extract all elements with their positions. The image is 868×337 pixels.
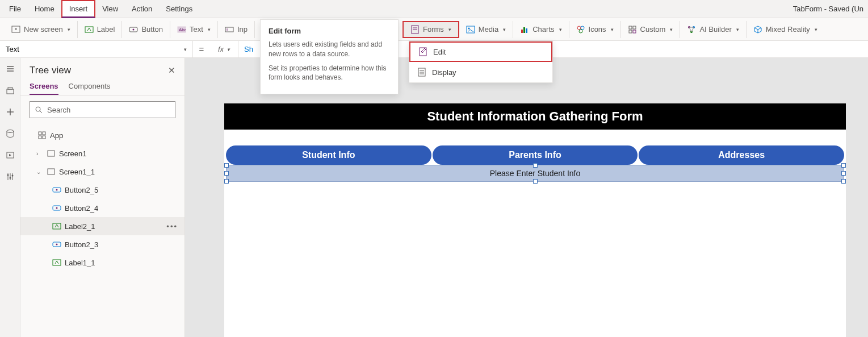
- tree-view-panel: Tree view ✕ Screens Components Search Ap…: [20, 58, 185, 337]
- resize-handle[interactable]: [533, 179, 538, 184]
- input-button[interactable]: Inp: [218, 21, 255, 38]
- svg-point-5: [133, 28, 135, 30]
- tree-item-label1-1[interactable]: Label1_1: [20, 253, 184, 272]
- tree-view-icon[interactable]: [5, 85, 15, 95]
- tree-item-label: Button2_5: [65, 186, 98, 194]
- label-label: Label: [97, 25, 115, 34]
- tab-addresses[interactable]: Addresses: [639, 145, 844, 165]
- button-button[interactable]: Button: [122, 21, 170, 38]
- media-rail-icon[interactable]: [5, 150, 15, 160]
- ribbon-toolbar: New screen ▾ Label Button Abc Text ▾ Inp…: [0, 18, 868, 41]
- svg-point-58: [56, 189, 58, 191]
- selected-label-control[interactable]: Please Enter Student Info: [226, 165, 844, 182]
- input-icon: [225, 25, 234, 34]
- svg-rect-55: [48, 151, 54, 156]
- more-icon[interactable]: •••: [166, 222, 178, 231]
- dropdown-item-edit[interactable]: Edit: [409, 41, 552, 62]
- svg-point-60: [56, 207, 58, 209]
- svg-rect-8: [225, 27, 233, 32]
- resize-handle[interactable]: [841, 171, 846, 176]
- tab-parents-info[interactable]: Parents Info: [433, 145, 638, 165]
- chevron-down-icon: ▾: [208, 27, 211, 32]
- resize-handle[interactable]: [841, 179, 846, 184]
- charts-icon: [520, 25, 529, 34]
- menu-settings[interactable]: Settings: [159, 0, 199, 18]
- icons-button[interactable]: Icons ▾: [569, 21, 621, 38]
- input-label: Inp: [237, 25, 248, 34]
- resize-handle[interactable]: [841, 163, 846, 168]
- chevron-down-icon: ▾: [611, 27, 614, 32]
- menu-insert[interactable]: Insert: [61, 0, 96, 18]
- custom-label: Custom: [640, 25, 666, 34]
- menu-home[interactable]: Home: [28, 0, 61, 18]
- canvas[interactable]: Student Information Gathering Form Stude…: [224, 103, 846, 337]
- text-icon: Abc: [177, 25, 186, 34]
- new-screen-button[interactable]: New screen ▾: [5, 21, 78, 38]
- media-icon: [466, 25, 475, 34]
- data-icon[interactable]: [5, 128, 15, 139]
- tree-item-screen1[interactable]: › Screen1: [20, 144, 184, 163]
- tree-item-button2-4[interactable]: Button2_4: [20, 199, 184, 217]
- ai-builder-button[interactable]: AI Builder ▾: [680, 21, 746, 38]
- svg-rect-51: [39, 132, 41, 135]
- screen-icon: [47, 167, 56, 176]
- resize-handle[interactable]: [224, 171, 229, 176]
- tree-item-screen1-1[interactable]: ⌄ Screen1_1: [20, 163, 184, 181]
- menu-view[interactable]: View: [95, 0, 125, 18]
- resize-handle[interactable]: [224, 163, 229, 168]
- insert-icon[interactable]: [5, 107, 15, 117]
- svg-point-49: [36, 107, 40, 111]
- tree-item-label: Screen1: [59, 149, 86, 158]
- tooltip-body-1: Lets users edit existing fields and add …: [269, 40, 390, 59]
- text-button[interactable]: Abc Text ▾: [170, 21, 218, 38]
- button-label: Button: [141, 25, 163, 34]
- property-selector[interactable]: Text ▾: [0, 41, 193, 58]
- chevron-down-icon: ▾: [227, 47, 230, 52]
- document-title: TabForm - Saved (Un: [793, 5, 863, 13]
- button-icon: [52, 203, 61, 213]
- app-icon: [37, 131, 47, 140]
- property-selector-value: Text: [6, 45, 19, 53]
- button-icon: [52, 240, 61, 249]
- fx-button[interactable]: fx ▾: [210, 41, 238, 58]
- icons-icon: [576, 25, 585, 34]
- svg-rect-38: [8, 88, 12, 89]
- edit-form-tooltip: Edit form Lets users edit existing field…: [260, 19, 399, 94]
- screen-icon: [47, 149, 56, 158]
- dropdown-item-display[interactable]: Display: [409, 62, 552, 82]
- chevron-down-icon: ▾: [559, 27, 562, 32]
- tree-app[interactable]: App: [20, 126, 184, 144]
- svg-line-50: [40, 111, 42, 113]
- tree-item-button2-3[interactable]: Button2_3: [20, 235, 184, 253]
- hamburger-icon[interactable]: [5, 64, 15, 74]
- tab-student-info[interactable]: Student Info: [226, 145, 431, 165]
- svg-rect-52: [43, 132, 45, 135]
- tab-screens[interactable]: Screens: [30, 82, 58, 95]
- media-button[interactable]: Media ▾: [459, 21, 513, 38]
- resize-handle[interactable]: [224, 179, 229, 184]
- tree-item-label2-1[interactable]: Label2_1 •••: [20, 217, 184, 235]
- menu-action[interactable]: Action: [125, 0, 159, 18]
- charts-button[interactable]: Charts ▾: [513, 21, 569, 38]
- close-icon[interactable]: ✕: [168, 65, 175, 76]
- svg-rect-22: [633, 26, 636, 29]
- search-input[interactable]: Search: [30, 101, 175, 118]
- label-icon: [52, 222, 61, 231]
- left-rail: [0, 58, 20, 337]
- svg-point-14: [468, 27, 469, 29]
- label-button[interactable]: Label: [78, 21, 123, 38]
- mixed-reality-button[interactable]: Mixed Reality ▾: [747, 21, 824, 38]
- icons-label: Icons: [589, 25, 606, 34]
- svg-point-48: [11, 175, 13, 177]
- custom-button[interactable]: Custom ▾: [621, 21, 681, 38]
- tooltip-body-2: Set its properties to determine how this…: [269, 64, 390, 83]
- menu-file[interactable]: File: [2, 0, 28, 18]
- forms-button[interactable]: Forms ▾: [402, 21, 459, 38]
- advanced-icon[interactable]: [5, 172, 15, 182]
- tooltip-title: Edit form: [269, 27, 390, 35]
- tree-list: App › Screen1 ⌄ Screen1_1 Button2_5 Butt…: [20, 124, 184, 274]
- tree-item-button2-5[interactable]: Button2_5: [20, 181, 184, 199]
- resize-handle[interactable]: [533, 163, 538, 168]
- new-screen-icon: [11, 25, 20, 34]
- tab-components[interactable]: Components: [69, 82, 111, 95]
